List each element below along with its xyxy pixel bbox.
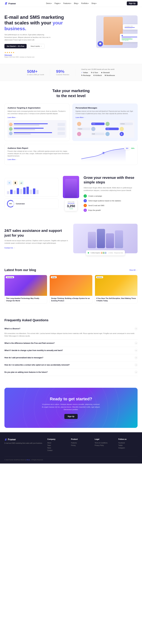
- leads-number: 3,250: [67, 204, 75, 208]
- faq-question-4[interactable]: How do I add personalized data to messag…: [4, 354, 138, 361]
- audience-card-desc: Adipisit turpis sociis consequat gravida…: [8, 110, 66, 115]
- stat-retention: 99% Customer Retention: [56, 69, 69, 76]
- faq-question-3[interactable]: What if I decide to change a plan from m…: [4, 347, 138, 354]
- audience-visual: [8, 120, 66, 138]
- contact-us-link[interactable]: Contact Us: [4, 247, 69, 249]
- faq-question-2[interactable]: What is the difference between the Free …: [4, 340, 138, 347]
- footer-brand-desc: E-mail and SMS marketing that scales wit…: [4, 442, 43, 444]
- hero-description: Sed pellentesque au rra ultrices. Eget p…: [4, 34, 52, 41]
- footer-copyright: © 2023 Framer WordPress theme by Elicus …: [4, 459, 43, 460]
- blog-post-3[interactable]: Business If You Have The Self-Discipline…: [95, 275, 138, 304]
- footer-twitter[interactable]: Twitter: [118, 444, 138, 446]
- brand-row-1: ✓ Voltan ↻ U-Turn ★ Stremelt: [81, 72, 115, 74]
- stat-divider-1: [50, 69, 50, 76]
- nav-pages[interactable]: Pages: [54, 2, 61, 4]
- faq-expand-5[interactable]: +: [134, 364, 138, 366]
- blog-header: Latest from our blog View All: [4, 268, 138, 272]
- blog-post-1-title: This Long-Awaited Technology May Finally…: [6, 297, 46, 302]
- blog-post-1[interactable]: Technology This Long-Awaited Technology …: [4, 275, 47, 304]
- messages-learn-more[interactable]: Learn More: [76, 117, 134, 118]
- footer-contact[interactable]: Contact: [47, 450, 66, 451]
- chat-icon: 💬: [98, 41, 103, 46]
- nav-links: Demo Pages Features Blog Portfolio Shop: [46, 2, 97, 4]
- footer-social-col: Follow us Facebook Twitter Instagram: [118, 438, 138, 452]
- faq-expand-3[interactable]: +: [134, 349, 138, 352]
- brand-stremelt: ★ Stremelt: [101, 72, 110, 74]
- brand-uturn: ↻ U-Turn: [91, 72, 98, 74]
- brands-title: Used by over 10,000 brands all over the …: [81, 68, 115, 70]
- leads-card: Total Leads Top Result 3,250 +4.2%: [65, 200, 77, 211]
- revenue-person-image: [63, 176, 79, 198]
- blog-post-3-content: If You Have The Self-Discipline, Start M…: [95, 296, 138, 303]
- nav-demo[interactable]: Demo: [46, 2, 52, 4]
- faq-expand-2[interactable]: +: [134, 342, 138, 345]
- hero-card-1: +24% growth: [120, 34, 138, 42]
- online-avatars: [101, 252, 107, 254]
- footer-about[interactable]: About: [47, 442, 66, 444]
- footer-social-title: Follow us: [118, 438, 138, 440]
- faq-q3-text: What if I decide to change a plan from m…: [4, 350, 63, 352]
- footer-credit-link[interactable]: Elicus: [26, 459, 30, 460]
- footer-company-title: Company: [47, 438, 66, 440]
- blog-post-2[interactable]: Design Design Thinking: Building a Desig…: [50, 275, 92, 304]
- view-all-link[interactable]: View All: [129, 269, 138, 271]
- footer-instagram[interactable]: Instagram: [118, 447, 138, 449]
- messages-card-title: Personalized Messages: [76, 107, 134, 109]
- star-5: ★: [13, 51, 14, 54]
- faq-expand-4[interactable]: +: [134, 356, 138, 359]
- support-section: 24/7 sales assistance and support just f…: [0, 219, 142, 261]
- stats-card-title: Audience Stats Report: [8, 147, 70, 149]
- faq-expand-6[interactable]: +: [134, 371, 138, 374]
- step-3-label: Send E-mail and SMS: [88, 204, 104, 206]
- footer-terms[interactable]: Terms & Conditions: [95, 442, 114, 444]
- steps-list: ✓ Create a campaign ✓ Select target audi…: [84, 194, 138, 212]
- footer-facebook[interactable]: Facebook: [118, 442, 138, 444]
- stats-card-text: Audience Stats Report Posuere vitae volu…: [8, 147, 70, 160]
- blog-title: Latest from our blog: [4, 268, 36, 272]
- footer-features[interactable]: Features: [71, 442, 90, 444]
- features-title: Take your marketingto the next level: [4, 88, 138, 98]
- logo[interactable]: Framer: [4, 2, 16, 5]
- nav-portfolio[interactable]: Portfolio: [81, 2, 89, 4]
- stat-emails: 50M+ E-mails & SMS per month: [27, 69, 44, 76]
- step-1-label: Create a campaign: [88, 195, 102, 197]
- signup-button[interactable]: Sign Up: [127, 2, 138, 5]
- revenue-widget: 📧 📱 📊: [4, 178, 58, 196]
- multiplier-badge: 30X: [124, 147, 130, 150]
- how-it-works-button[interactable]: How it works →: [28, 44, 44, 48]
- footer-team[interactable]: Team: [47, 444, 66, 446]
- blog-post-1-content: This Long-Awaited Technology May Finally…: [4, 296, 47, 303]
- footer-privacy[interactable]: Privacy Policy: [95, 444, 114, 446]
- nav-blog[interactable]: Blog: [74, 2, 78, 4]
- blog-post-2-tag: Design: [51, 276, 57, 278]
- footer-top: Framer E-mail and SMS marketing that sca…: [4, 438, 138, 452]
- nav-features[interactable]: Features: [63, 2, 71, 4]
- rev-icon-3: 📊: [19, 180, 24, 185]
- conversion-widget: 65% Conversion: [4, 198, 58, 209]
- response-time: 1 Online · Response time: [108, 252, 123, 254]
- faq-question-6[interactable]: Do you plan on adding more features in t…: [4, 369, 138, 376]
- faq-expand-1[interactable]: +: [134, 327, 138, 330]
- stats-learn-more[interactable]: Learn More: [8, 159, 70, 160]
- cta-signup-button[interactable]: Sign Up: [64, 414, 78, 419]
- faq-question-1[interactable]: What is a Bounce? +: [4, 325, 138, 332]
- step-4-check: ✓: [84, 208, 87, 212]
- brand-neothouse: N Neothouse: [105, 74, 115, 76]
- footer-company-col: Company About Team News Contact: [47, 438, 66, 452]
- online-indicator: [88, 252, 89, 254]
- nav-shop[interactable]: Shop: [92, 2, 96, 4]
- hero-buttons: Get Started — It's Free How it works →: [4, 44, 69, 48]
- cta-section: Ready to get started? Ut pulvinar nisi i…: [4, 388, 138, 428]
- messages-visual: Hello! Hi there Thanks! Great Deal! ▶: [76, 120, 134, 138]
- stat-retention-value: 99%: [56, 69, 69, 74]
- hero-right: +24% growth Campaign stats 💬: [73, 16, 138, 57]
- hero-highlight: your business.: [4, 20, 63, 31]
- footer-pricing[interactable]: Pricing: [71, 444, 90, 446]
- get-started-button[interactable]: Get Started — It's Free: [4, 44, 26, 48]
- footer-news[interactable]: News: [47, 447, 66, 449]
- faq-q6-text: Do you plan on adding more features in t…: [4, 371, 48, 373]
- footer-logo: Framer: [4, 438, 43, 441]
- brand-voltan: ✓ Voltan: [81, 72, 88, 74]
- audience-learn-more[interactable]: Learn More: [8, 117, 66, 118]
- faq-question-5[interactable]: How do I re-subscribe a contact who opte…: [4, 362, 138, 368]
